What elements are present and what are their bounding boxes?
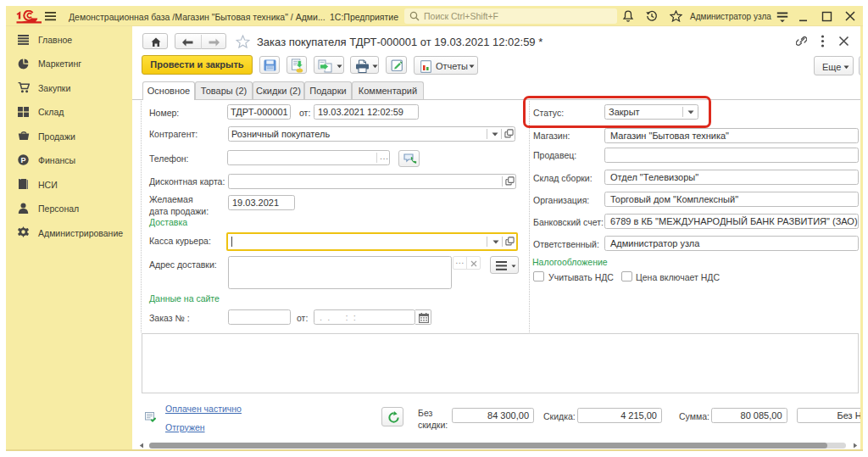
svg-text:Р: Р bbox=[20, 156, 25, 164]
